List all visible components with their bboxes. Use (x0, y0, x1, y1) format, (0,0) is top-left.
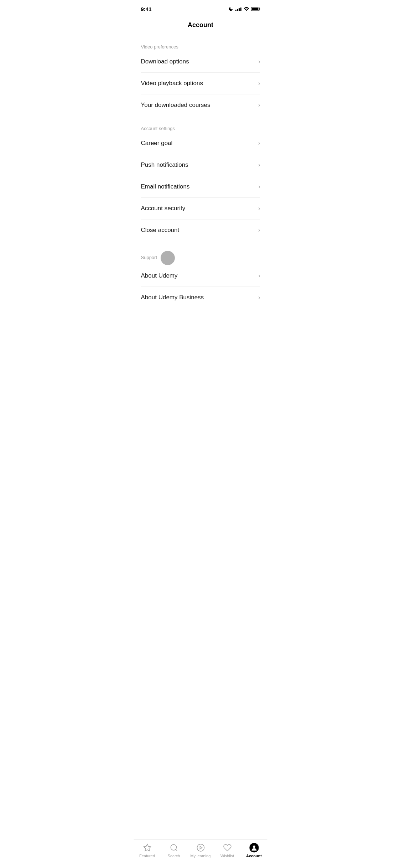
video-preferences-section: Video preferences Download options › Vid… (134, 34, 267, 116)
about-udemy-item[interactable]: About Udemy › (141, 265, 260, 287)
about-udemy-business-label: About Udemy Business (141, 294, 204, 301)
status-time: 9:41 (141, 6, 152, 12)
status-bar: 9:41 (134, 0, 267, 16)
chevron-right-icon: › (258, 294, 260, 301)
download-options-item[interactable]: Download options › (141, 51, 260, 73)
push-notifications-label: Push notifications (141, 161, 188, 169)
push-notifications-item[interactable]: Push notifications › (141, 154, 260, 176)
svg-rect-2 (259, 8, 260, 10)
video-playback-options-item[interactable]: Video playback options › (141, 73, 260, 94)
downloaded-courses-item[interactable]: Your downloaded courses › (141, 94, 260, 116)
career-goal-label: Career goal (141, 140, 173, 147)
about-udemy-label: About Udemy (141, 272, 178, 279)
svg-rect-3 (252, 8, 258, 10)
account-security-label: Account security (141, 205, 186, 212)
support-label: Support (141, 255, 157, 260)
email-notifications-item[interactable]: Email notifications › (141, 176, 260, 198)
support-avatar (161, 251, 175, 265)
svg-point-0 (246, 10, 247, 11)
chevron-right-icon: › (258, 140, 260, 146)
chevron-right-icon: › (258, 80, 260, 87)
chevron-right-icon: › (258, 273, 260, 279)
chevron-right-icon: › (258, 162, 260, 168)
chevron-right-icon: › (258, 227, 260, 233)
support-section: Support About Udemy › About Udemy Busine… (134, 241, 267, 308)
page-title: Account (141, 21, 260, 29)
video-playback-options-label: Video playback options (141, 80, 203, 87)
battery-icon (251, 7, 260, 11)
about-udemy-business-item[interactable]: About Udemy Business › (141, 287, 260, 308)
account-security-item[interactable]: Account security › (141, 198, 260, 219)
email-notifications-label: Email notifications (141, 183, 190, 190)
account-settings-section: Account settings Career goal › Push noti… (134, 116, 267, 241)
chevron-right-icon: › (258, 205, 260, 212)
moon-icon (228, 6, 233, 11)
account-settings-label: Account settings (141, 126, 260, 131)
career-goal-item[interactable]: Career goal › (141, 133, 260, 154)
chevron-right-icon: › (258, 102, 260, 108)
support-header: Support (141, 251, 260, 265)
close-account-label: Close account (141, 227, 179, 234)
downloaded-courses-label: Your downloaded courses (141, 102, 210, 109)
page-header: Account (134, 16, 267, 34)
chevron-right-icon: › (258, 58, 260, 65)
content: Video preferences Download options › Vid… (134, 34, 267, 340)
signal-icon (235, 7, 241, 11)
close-account-item[interactable]: Close account › (141, 219, 260, 241)
wifi-icon (244, 7, 249, 11)
video-preferences-label: Video preferences (141, 44, 260, 50)
chevron-right-icon: › (258, 184, 260, 190)
status-icons (228, 6, 260, 11)
download-options-label: Download options (141, 58, 189, 65)
